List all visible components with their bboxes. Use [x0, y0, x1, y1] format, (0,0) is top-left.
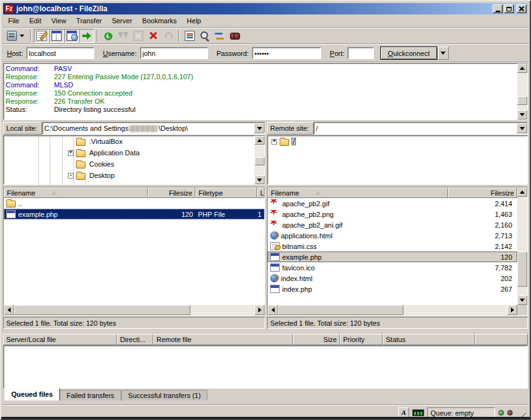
column-header-priority[interactable]: Priority: [340, 334, 383, 345]
local-tree-scrollbar[interactable]: [255, 136, 265, 184]
combo-dropdown-button[interactable]: [517, 123, 527, 133]
menu-item[interactable]: Bookmarks: [137, 15, 182, 26]
column-header-filetype[interactable]: Filetype: [195, 187, 257, 198]
scroll-up-button[interactable]: [517, 187, 527, 197]
tree-item[interactable]: Cookies: [4, 158, 265, 170]
toggle-message-log-button[interactable]: [34, 29, 49, 43]
combo-dropdown-button[interactable]: [254, 123, 265, 133]
scroll-down-button[interactable]: [517, 296, 527, 305]
file-row[interactable]: index.html 202: [268, 273, 517, 284]
file-row[interactable]: example.php 120: [268, 251, 517, 262]
disconnect-button[interactable]: [146, 29, 161, 43]
file-row[interactable]: apache_pb2.png 1,463: [268, 209, 517, 219]
chevron-down-icon: [257, 127, 262, 130]
column-header-lastmodified[interactable]: L: [257, 187, 265, 198]
quickconnect-dropdown-button[interactable]: [438, 47, 449, 60]
scroll-thumb[interactable]: [278, 305, 403, 315]
menu-item[interactable]: Edit: [25, 15, 47, 26]
column-header-server-local-file[interactable]: Server/Local file: [3, 334, 117, 345]
file-icon: [6, 201, 16, 207]
close-button[interactable]: [517, 4, 527, 13]
local-site-combo[interactable]: C:\Documents and Settings \Desktop\: [42, 122, 265, 135]
scroll-thumb[interactable]: [255, 157, 265, 165]
tree-expander[interactable]: [68, 162, 74, 167]
directory-comparison-button[interactable]: [197, 29, 212, 43]
window-title: john@localhost - FileZilla: [16, 4, 491, 13]
tree-item[interactable]: + /: [268, 136, 527, 147]
scroll-left-button[interactable]: [4, 305, 14, 315]
column-header-size[interactable]: Size: [293, 334, 340, 345]
reconnect-button[interactable]: [161, 29, 176, 43]
local-list-hscrollbar[interactable]: [4, 305, 265, 315]
menu-item[interactable]: Server: [107, 15, 137, 26]
host-input[interactable]: [26, 47, 94, 59]
speed-limits-icon[interactable]: [412, 409, 424, 416]
scroll-up-button[interactable]: [517, 64, 527, 73]
file-row[interactable]: apache_pb2_ani.gif 2,160: [268, 219, 517, 230]
tree-expander[interactable]: -: [68, 173, 74, 179]
file-row[interactable]: ..: [4, 198, 265, 209]
menu-item[interactable]: View: [47, 15, 72, 26]
menu-item[interactable]: File: [3, 15, 25, 26]
cancel-icon: [133, 31, 143, 41]
tree-item[interactable]: - Desktop: [4, 170, 265, 181]
cancel-operation-button[interactable]: [131, 29, 146, 43]
column-header-filesize[interactable]: Filesize: [448, 187, 517, 198]
remote-site-combo[interactable]: /: [314, 122, 528, 135]
quickconnect-button[interactable]: Quickconnect: [380, 47, 437, 60]
menu-item[interactable]: Transfer: [71, 15, 107, 26]
maximize-button[interactable]: [504, 4, 514, 13]
tree-item[interactable]: + Application Data: [4, 147, 265, 158]
site-manager-button[interactable]: [5, 29, 28, 43]
file-size: 1,463: [448, 211, 517, 218]
column-header-status[interactable]: Status: [383, 334, 475, 345]
scroll-thumb[interactable]: [517, 96, 527, 105]
queue-tab[interactable]: Failed transfers: [60, 390, 121, 401]
scroll-up-button[interactable]: [255, 136, 265, 145]
find-files-button[interactable]: [227, 29, 243, 43]
toggle-local-tree-button[interactable]: [49, 29, 64, 43]
username-label: Username:: [103, 50, 137, 57]
scroll-thumb[interactable]: [14, 305, 190, 315]
tree-item[interactable]: .VirtualBox: [4, 136, 265, 147]
scroll-left-button[interactable]: [268, 305, 278, 315]
column-header-remote-file[interactable]: Remote file: [153, 334, 293, 345]
file-icon: [270, 199, 280, 207]
file-row[interactable]: bitnami.css 2,142: [268, 241, 517, 251]
site-manager-icon: [7, 31, 17, 41]
column-header-direction[interactable]: Directi...: [117, 334, 153, 345]
tree-expander[interactable]: [68, 139, 74, 145]
process-queue-button[interactable]: [116, 29, 131, 43]
toggle-remote-tree-button[interactable]: [64, 29, 79, 43]
scroll-right-button[interactable]: [255, 305, 265, 315]
tree-expander[interactable]: +: [271, 139, 277, 145]
file-row[interactable]: index.php 267: [268, 284, 517, 294]
tree-expander[interactable]: +: [68, 150, 74, 156]
file-row[interactable]: example.php 120 PHP File 1: [4, 209, 265, 219]
scroll-down-button[interactable]: [517, 110, 527, 119]
scroll-right-button[interactable]: [507, 305, 517, 315]
refresh-button[interactable]: [101, 29, 116, 43]
remote-list-vscrollbar[interactable]: [517, 187, 527, 305]
scroll-thumb[interactable]: [517, 251, 527, 287]
file-row[interactable]: apache_pb2.gif 2,414: [268, 198, 517, 209]
username-input[interactable]: [140, 47, 208, 59]
log-scrollbar[interactable]: [517, 64, 527, 119]
port-input[interactable]: [348, 47, 374, 59]
column-header-filename[interactable]: Filename: [4, 187, 148, 198]
column-header-filename[interactable]: Filename: [268, 187, 448, 198]
queue-tab[interactable]: Queued files: [4, 389, 60, 401]
minimize-button[interactable]: [493, 4, 503, 13]
remote-list-header: Filename Filesize: [268, 187, 517, 198]
directory-listing-filters-button[interactable]: [182, 29, 197, 43]
password-input[interactable]: [252, 47, 321, 59]
toggle-transfer-queue-button[interactable]: [79, 29, 94, 43]
remote-list-hscrollbar[interactable]: [268, 305, 517, 315]
file-row[interactable]: applications.html 2,713: [268, 230, 517, 241]
synchronized-browsing-button[interactable]: [212, 29, 227, 43]
file-row[interactable]: favicon.ico 7,782: [268, 262, 517, 273]
column-header-filesize[interactable]: Filesize: [148, 187, 195, 198]
scroll-down-button[interactable]: [255, 175, 265, 184]
queue-tab[interactable]: Successful transfers (1): [121, 390, 208, 401]
menu-item[interactable]: Help: [182, 15, 206, 26]
